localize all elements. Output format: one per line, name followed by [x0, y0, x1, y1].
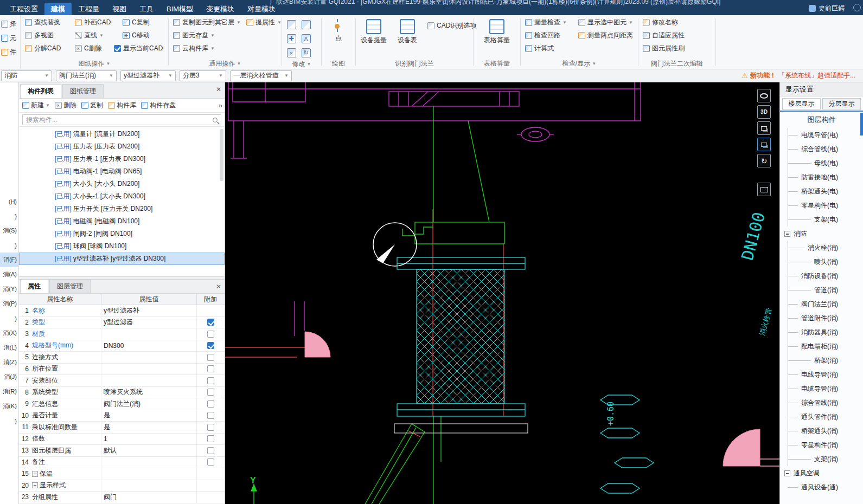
property-row[interactable]: 14备注	[19, 457, 225, 469]
checkbox-checked-icon[interactable]	[114, 45, 121, 52]
layer-item[interactable]: 通头管件(消)	[780, 410, 863, 424]
property-row[interactable]: 8系统类型喷淋灭火系统	[19, 387, 225, 399]
device-table-button[interactable]: 设备表	[392, 17, 423, 45]
element-save-button[interactable]: 图元存盘▼	[171, 30, 217, 41]
property-value[interactable]: 喷淋灭火系统	[101, 387, 197, 398]
property-row[interactable]: 9汇总信息阀门法兰(消)	[19, 398, 225, 410]
layer-item[interactable]: 电线导管(消)	[780, 367, 863, 382]
system-tab[interactable]: 消(X)	[0, 326, 18, 340]
property-row[interactable]: 2类型y型过滤器	[19, 317, 225, 329]
scrollbar-thumb[interactable]	[220, 129, 223, 181]
layer-item[interactable]: 桥架(消)	[780, 353, 863, 367]
layer-item[interactable]: 综合管线(电)	[780, 142, 863, 156]
attach-checkbox[interactable]	[207, 365, 214, 372]
move-button[interactable]: ✚C移动	[120, 30, 152, 41]
property-value[interactable]: 1	[101, 434, 197, 445]
component-item[interactable]: [已用]球阀 [球阀 DN100]	[19, 240, 225, 253]
layer-item[interactable]: 母线(电)	[780, 156, 863, 170]
modify-copy-button[interactable]	[284, 18, 298, 31]
display-monitor-icon[interactable]	[757, 183, 771, 196]
layer-group-hvac[interactable]: 通风空调	[780, 466, 863, 480]
system-tab[interactable]: )	[0, 311, 18, 326]
find-replace-button[interactable]: 查找替换	[23, 17, 72, 28]
property-value[interactable]	[101, 457, 197, 468]
property-value[interactable]	[101, 328, 197, 340]
adaptive-property-button[interactable]: 自适应属性	[641, 30, 687, 41]
new-component-button[interactable]: 新建▼	[22, 101, 50, 110]
component-item[interactable]: [已用]压力表-1 [压力表 DN300]	[19, 153, 225, 165]
rename-button[interactable]: 修改名称	[641, 17, 680, 28]
search-input[interactable]: 搜索构件...	[22, 114, 221, 125]
cad-recognition-options-button[interactable]: CAD识别选项	[425, 20, 478, 31]
system-tab[interactable]: (H)	[0, 194, 18, 209]
property-row[interactable]: 23分组属性阀门	[19, 492, 225, 503]
property-row[interactable]: 5连接方式	[19, 352, 225, 364]
attach-checkbox[interactable]	[207, 412, 214, 419]
attach-checkbox[interactable]	[207, 331, 214, 338]
group-label-table-calc[interactable]: 表格算量	[476, 59, 518, 69]
layer-item[interactable]: 防雷接地(电)	[780, 170, 863, 184]
property-row[interactable]: 4规格型号(mm)DN300	[19, 340, 225, 352]
property-brush-button[interactable]: 图元属性刷	[641, 43, 687, 54]
property-value[interactable]: 阀门法兰(消)	[101, 398, 197, 410]
menu-change-module[interactable]: 变更模块	[200, 3, 241, 15]
component-item[interactable]: [已用]电磁阀 [电磁阀 DN100]	[19, 215, 225, 228]
tab-component-list[interactable]: 构件列表	[20, 84, 61, 98]
component-item[interactable]: [已用]大小头-1 [大小头 DN300]	[19, 190, 225, 203]
component-button[interactable]: 件	[1, 48, 19, 57]
layer-item[interactable]: 电缆导管(电)	[780, 128, 863, 142]
menu-view[interactable]: 视图	[106, 3, 133, 15]
group-label-sheet-ops[interactable]: 图纸操作▼	[23, 59, 166, 69]
rotate-view-icon[interactable]: ↻	[757, 154, 771, 167]
attach-checkbox[interactable]	[207, 424, 214, 431]
component-save-button[interactable]: 构件存盘	[141, 101, 176, 110]
copy-button[interactable]: C复制	[120, 17, 152, 28]
element-button[interactable]: 元	[1, 34, 19, 43]
show-current-cad-toggle[interactable]: 显示当前CAD	[112, 43, 165, 54]
layer-item[interactable]: 消防器具(消)	[780, 325, 863, 339]
copy-component-button[interactable]: 复制	[81, 101, 103, 110]
component-item[interactable]: [已用]电动阀-1 [电动阀 DN65]	[19, 165, 225, 178]
formula-button[interactable]: 计算式	[523, 43, 556, 54]
layer-item[interactable]: 支架(消)	[780, 452, 863, 466]
overflow-icon[interactable]: »	[219, 101, 222, 109]
tab-sheet-manage[interactable]: 图纸管理	[62, 84, 104, 98]
menu-bim-model[interactable]: BIM模型	[160, 3, 200, 15]
component-item[interactable]: [已用]流量计 [流量计 DN200]	[19, 128, 225, 140]
group-label-general-ops[interactable]: 通用操作▼	[171, 59, 279, 69]
help-icon[interactable]	[853, 4, 861, 11]
attach-checkbox[interactable]	[207, 389, 214, 396]
pipe-dropdown[interactable]: 一层消火栓管道▼	[230, 70, 292, 81]
layer-group-fire[interactable]: 消防	[780, 227, 863, 241]
tab-layer-manage[interactable]: 图层管理	[49, 279, 91, 293]
layer-tree-root[interactable]: 图层构件	[780, 112, 863, 128]
layers-active-icon[interactable]	[757, 138, 771, 151]
leak-check-button[interactable]: 漏量检查▼	[523, 17, 575, 28]
menu-quantities[interactable]: 工程量	[72, 3, 106, 15]
group-label-modify[interactable]: 修改▼	[284, 60, 319, 69]
layer-item[interactable]: 支架(电)	[780, 212, 863, 227]
system-tab[interactable]: 消(A)	[0, 267, 18, 282]
component-item[interactable]: [已用]闸阀-2 [闸阀 DN100]	[19, 228, 225, 240]
group-label-valve-edit[interactable]: 阀门法兰二次编辑	[641, 59, 713, 69]
menu-modeling[interactable]: 建模	[44, 3, 72, 15]
layer-dropdown[interactable]: 分层3▼	[180, 70, 226, 81]
property-value[interactable]: y型过滤器补	[101, 305, 197, 316]
check-circuit-button[interactable]: 检查回路	[523, 30, 575, 41]
copy-to-other-layer-button[interactable]: 复制图元到其它层▼	[171, 17, 243, 28]
measure-distance-button[interactable]: 测量两点间距离	[576, 30, 635, 41]
component-library-button[interactable]: 构件库	[108, 101, 136, 110]
tab-floor-display[interactable]: 楼层显示	[782, 98, 821, 109]
attach-checkbox[interactable]	[207, 354, 214, 361]
layer-item[interactable]: 管道附件(消)	[780, 311, 863, 325]
property-value[interactable]: 是	[101, 422, 197, 433]
modify-mirror-button[interactable]: ∆	[299, 32, 313, 46]
system-tab-selected[interactable]: 消(F)	[0, 253, 18, 267]
property-value[interactable]	[101, 352, 197, 363]
property-row[interactable]: 6所在位置	[19, 364, 225, 376]
property-value[interactable]: DN300	[101, 340, 197, 352]
component-item[interactable]: [已用]压力开关 [压力开关 DN200]	[19, 203, 225, 215]
system-tab[interactable]: 消(S)	[0, 223, 18, 238]
property-row[interactable]: 10是否计量是	[19, 410, 225, 422]
property-value[interactable]: 阀门	[101, 492, 197, 503]
